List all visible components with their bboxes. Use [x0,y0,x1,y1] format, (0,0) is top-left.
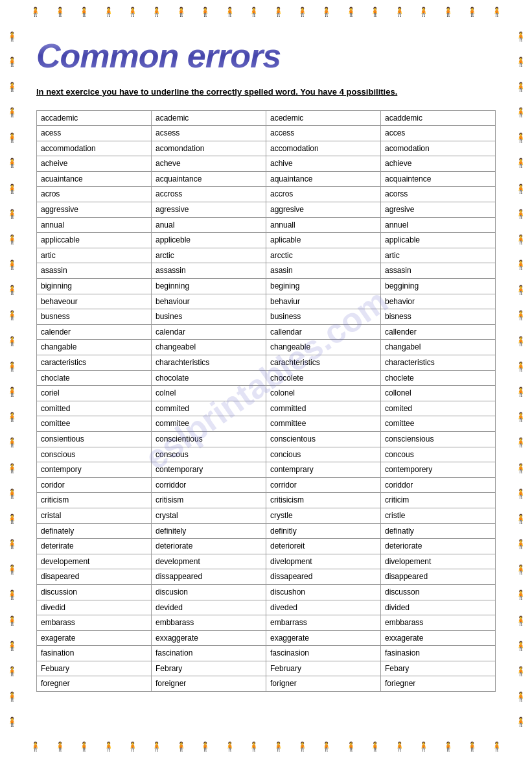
table-cell: embarrass [266,615,381,631]
border-figure: 🧍 [515,463,526,473]
border-figure: 🧍 [418,741,429,752]
border-figure: 🧍 [200,6,211,17]
table-cell: acuaintance [37,171,152,187]
table-cell: dissapeared [266,569,381,585]
border-figure: 🧍 [515,184,526,194]
table-cell: exxagerate [381,630,496,646]
table-cell: accros [266,187,381,202]
table-cell: business [266,309,381,325]
table-cell: committee [266,416,381,432]
table-cell: foregner [37,676,152,692]
border-figure: 🧍 [30,741,41,752]
border-figure: 🧍 [443,6,454,17]
border-figure: 🧍 [6,615,17,626]
table-cell: concious [266,447,381,462]
table-cell: artic [37,248,152,263]
border-figure: 🧍 [515,412,526,422]
border-figure: 🧍 [515,437,526,447]
table-cell: devided [152,600,266,615]
table-cell: comittee [381,416,496,432]
border-figure: 🧍 [6,158,17,168]
table-cell: accademic [37,110,152,126]
border-figure: 🧍 [127,741,138,752]
table-cell: consciensious [381,431,496,447]
table-cell: embbarass [381,615,496,631]
table-cell: acheive [37,156,152,172]
border-figure: 🧍 [6,310,17,320]
table-cell: changable [37,340,152,355]
table-cell: Febuary [37,661,152,676]
table-cell: accross [152,187,266,202]
table-cell: discushon [266,584,381,600]
border-right: 🧍 🧍 🧍 🧍 🧍 🧍 🧍 🧍 🧍 🧍 🧍 🧍 🧍 🧍 🧍 🧍 🧍 🧍 🧍 🧍 … [509,0,532,758]
border-figure: 🧍 [78,741,89,752]
border-figure: 🧍 [151,741,162,752]
table-cell: Febary [381,661,496,676]
border-figure: 🧍 [6,564,17,574]
border-figure: 🧍 [6,412,17,422]
table-cell: deterioreit [266,539,381,554]
table-cell: coridor [37,477,152,493]
table-cell: definitly [266,523,381,539]
table-cell: disappeared [381,569,496,585]
border-figure: 🧍 [6,184,17,194]
table-cell: comited [381,401,496,416]
table-cell: asasin [266,263,381,279]
table-cell: carachteristics [266,355,381,371]
border-figure: 🧍 [515,234,526,244]
border-figure: 🧍 [6,285,17,295]
table-cell: acros [37,187,152,202]
table-cell: accomodation [266,141,381,156]
table-cell: cristal [37,508,152,523]
table-cell: aggressive [37,202,152,218]
table-cell: colonel [266,386,381,401]
table-cell: fascinasion [266,646,381,661]
table-cell: acquaintence [381,171,496,187]
table-cell: discussion [37,584,152,600]
table-cell: consientious [37,431,152,447]
table-cell: assassin [152,263,266,279]
border-figure: 🧍 [6,386,17,397]
table-cell: assasin [381,263,496,279]
table-cell: conscientous [266,431,381,447]
border-figure: 🧍 [467,741,478,752]
border-figure: 🧍 [515,336,526,346]
border-figure: 🧍 [200,741,211,752]
table-cell: appliceble [152,233,266,248]
table-cell: forigner [266,676,381,692]
table-cell: acorss [381,187,496,202]
table-cell: critisicism [266,493,381,508]
table-cell: fascination [152,646,266,661]
border-figure: 🧍 [6,31,17,41]
table-cell: access [266,126,381,141]
border-figure: 🧍 [151,6,162,17]
table-cell: exxaggerate [152,630,266,646]
table-cell: disapeared [37,569,152,585]
table-cell: deteriorate [381,539,496,554]
border-figure: 🧍 [515,209,526,219]
table-cell: acomondation [152,141,266,156]
table-cell: annuel [381,217,496,233]
border-figure: 🧍 [54,741,65,752]
table-cell: definitely [152,523,266,539]
table-cell: begining [266,279,381,294]
border-figure: 🧍 [515,564,526,574]
table-cell: exagerate [37,630,152,646]
border-figure: 🧍 [6,107,17,117]
border-figure: 🧍 [297,741,308,752]
border-figure: 🧍 [297,6,308,17]
table-cell: anual [152,217,266,233]
table-cell: caracteristics [37,355,152,371]
table-cell: changeable [266,340,381,355]
table-cell: divided [381,600,496,615]
border-figure: 🧍 [103,6,114,17]
table-cell: divelopement [381,554,496,569]
border-figure: 🧍 [321,6,332,17]
table-cell: choclete [381,370,496,386]
table-cell: beginning [152,279,266,294]
table-cell: contempory [37,462,152,478]
border-figure: 🧍 [491,6,502,17]
table-cell: busines [152,309,266,325]
table-cell: crystle [266,508,381,523]
table-cell: acedemic [266,110,381,126]
